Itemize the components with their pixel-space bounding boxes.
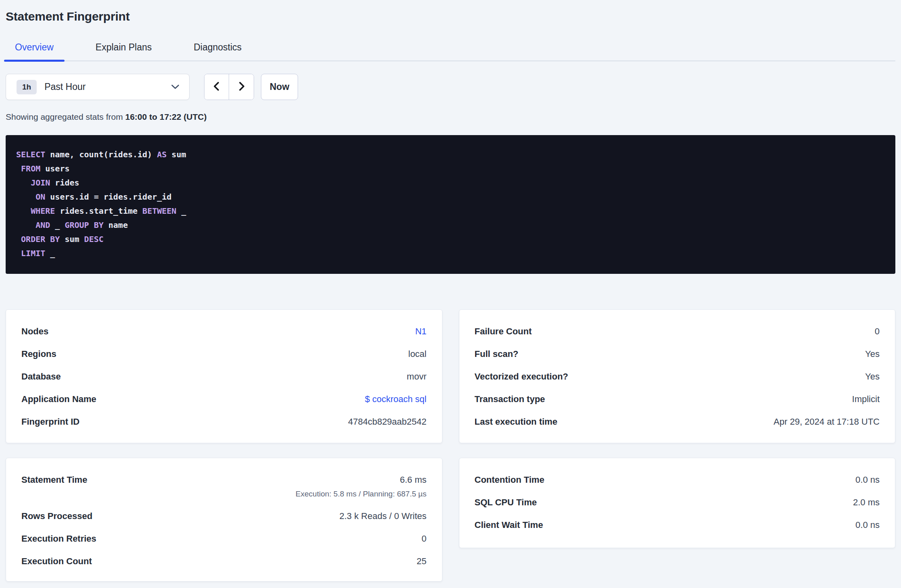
stat-label: Client Wait Time — [475, 520, 543, 530]
stat-value-link[interactable]: N1 — [415, 326, 426, 336]
stat-value-wrap: 0 — [875, 326, 880, 337]
stat-row: Databasemovr — [21, 365, 427, 388]
execution-attributes-card: Failure Count0Full scan?YesVectorized ex… — [459, 309, 896, 443]
sql-text: _ — [45, 248, 55, 258]
sql-line: JOIN rides — [16, 176, 885, 190]
sql-statement-box: SELECT name, count(rides.id) AS sum FROM… — [6, 135, 895, 274]
stat-label: Execution Count — [21, 556, 92, 567]
aggregated-stats-range: 16:00 to 17:22 (UTC) — [125, 112, 207, 121]
sql-line: LIMIT _ — [16, 246, 885, 261]
stat-value: 25 — [417, 556, 426, 566]
next-interval-button[interactable] — [229, 74, 254, 100]
sql-text: name, count(rides.id) — [45, 150, 157, 159]
stat-row: Regionslocal — [21, 343, 427, 365]
aggregated-stats-prefix: Showing aggregated stats from — [6, 112, 125, 121]
stat-row: Vectorized execution?Yes — [475, 365, 880, 388]
sql-keyword: LIMIT — [21, 248, 45, 258]
sql-text — [16, 178, 31, 188]
stat-value-wrap: Yes — [865, 349, 880, 359]
sql-line: SELECT name, count(rides.id) AS sum — [16, 148, 885, 162]
time-range-label: Past Hour — [44, 81, 171, 92]
statement-info-card: NodesN1RegionslocalDatabasemovrApplicati… — [6, 309, 442, 443]
sql-text: _ — [176, 206, 186, 216]
stat-label: Database — [21, 371, 61, 382]
tab-explain-plans[interactable]: Explain Plans — [85, 42, 163, 60]
stat-value: Implicit — [852, 394, 880, 404]
stat-value-wrap: 4784cb829aab2542 — [348, 417, 427, 427]
sql-text — [16, 248, 21, 258]
stat-value-wrap: N1 — [415, 326, 426, 337]
summary-cards: NodesN1RegionslocalDatabasemovrApplicati… — [6, 309, 895, 582]
tab-overview[interactable]: Overview — [4, 42, 65, 60]
stat-label: Failure Count — [475, 326, 532, 337]
aggregated-stats-caption: Showing aggregated stats from 16:00 to 1… — [6, 112, 895, 122]
sql-text: _ — [50, 220, 65, 230]
stat-value: Yes — [865, 349, 880, 359]
sql-text: users — [40, 164, 69, 173]
stat-label: Execution Retries — [21, 534, 96, 544]
stat-value: 6.6 ms — [400, 475, 426, 485]
sql-line: ON users.id = rides.rider_id — [16, 190, 885, 204]
stat-label: Rows Processed — [21, 511, 92, 521]
stat-label: Contention Time — [475, 475, 544, 485]
sql-line: AND _ GROUP BY name — [16, 218, 885, 232]
stat-row: SQL CPU Time2.0 ms — [475, 491, 880, 514]
sql-text — [16, 206, 31, 216]
stat-label: Transaction type — [475, 394, 545, 405]
stat-label: SQL CPU Time — [475, 497, 537, 508]
stat-value-wrap: 0.0 ns — [855, 475, 880, 485]
sql-text: sum — [60, 234, 84, 244]
stat-row: Full scan?Yes — [475, 343, 880, 365]
sql-keyword: GROUP BY — [65, 220, 103, 230]
stat-value-wrap: $ cockroach sql — [365, 394, 427, 405]
stat-value-wrap: 0.0 ns — [855, 520, 880, 530]
tabs-bar: OverviewExplain PlansDiagnostics — [4, 42, 895, 61]
stat-value: 0.0 ns — [855, 520, 880, 530]
sql-keyword: DESC — [84, 234, 104, 244]
stat-value: 0 — [421, 534, 426, 544]
tab-diagnostics[interactable]: Diagnostics — [183, 42, 252, 60]
sql-keyword: ON — [35, 192, 45, 202]
sql-text — [16, 192, 35, 202]
now-button[interactable]: Now — [261, 74, 298, 100]
sql-keyword: AND — [35, 220, 50, 230]
stat-label: Nodes — [21, 326, 48, 337]
statement-fingerprint-page: Statement Fingerprint OverviewExplain Pl… — [0, 0, 901, 582]
stat-value-wrap: 0 — [421, 534, 426, 544]
wait-timing-card: Contention Time0.0 nsSQL CPU Time2.0 msC… — [459, 458, 896, 548]
sql-text: users.id = rides.rider_id — [45, 192, 171, 202]
stat-value-wrap: 6.6 msExecution: 5.8 ms / Planning: 687.… — [296, 475, 427, 499]
stat-value: 0.0 ns — [855, 475, 880, 485]
sql-keyword: AS — [157, 150, 167, 159]
time-step-buttons — [204, 74, 254, 100]
sql-line: WHERE rides.start_time BETWEEN _ — [16, 204, 885, 218]
stat-value-wrap: movr — [407, 371, 427, 382]
stat-value-wrap: local — [408, 349, 426, 359]
stat-label: Statement Time — [21, 475, 87, 485]
stat-sub-value: Execution: 5.8 ms / Planning: 687.5 µs — [296, 489, 427, 499]
sql-text: name — [104, 220, 128, 230]
stat-value-wrap: 2.3 k Reads / 0 Writes — [339, 511, 426, 521]
time-range-dropdown[interactable]: 1h Past Hour — [6, 74, 190, 100]
previous-interval-button[interactable] — [204, 74, 229, 100]
stat-label: Vectorized execution? — [475, 371, 568, 382]
stat-value-link[interactable]: $ cockroach sql — [365, 394, 427, 404]
time-range-duration-badge: 1h — [17, 80, 37, 94]
chevron-right-icon — [236, 80, 247, 94]
sql-line: ORDER BY sum DESC — [16, 232, 885, 246]
page-title: Statement Fingerprint — [6, 10, 895, 23]
stat-value: 0 — [875, 326, 880, 336]
sql-text — [16, 220, 35, 230]
chevron-down-icon — [171, 84, 179, 90]
sql-keyword: WHERE — [31, 206, 55, 216]
stat-label: Full scan? — [475, 349, 519, 359]
stat-row: Failure Count0 — [475, 320, 880, 343]
stat-value: Yes — [865, 371, 880, 382]
sql-text: sum — [167, 150, 186, 159]
sql-text: rides — [50, 178, 79, 188]
chevron-left-icon — [211, 80, 222, 94]
stat-value-wrap: Yes — [865, 371, 880, 382]
stat-value-wrap: 25 — [417, 556, 426, 567]
stat-row: Client Wait Time0.0 ns — [475, 514, 880, 536]
stat-value: local — [408, 349, 426, 359]
